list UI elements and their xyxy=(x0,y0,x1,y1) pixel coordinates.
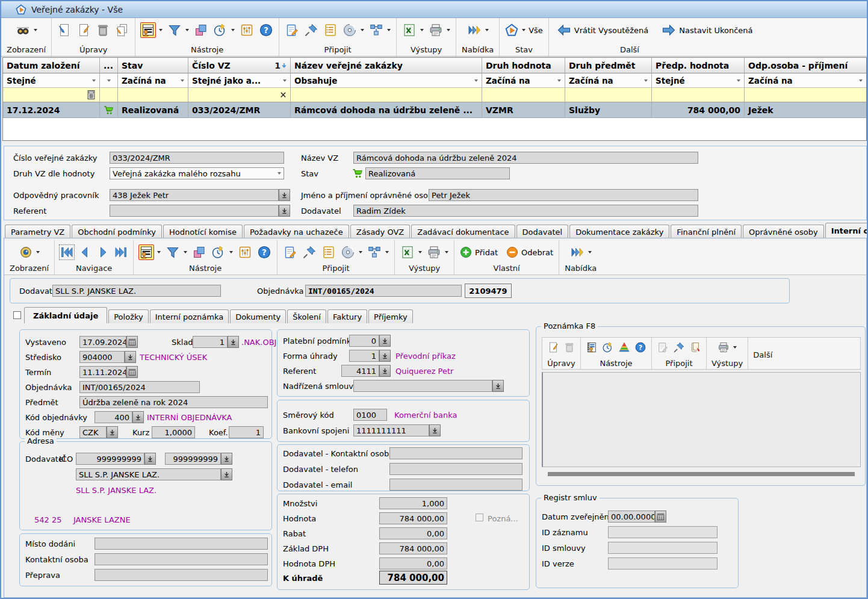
filter-button[interactable] xyxy=(166,245,187,259)
tab-zasady-ovz[interactable]: Zásady OVZ xyxy=(350,225,411,238)
deadline-field[interactable]: 11.11.2024 xyxy=(79,366,126,378)
parent-contract-field[interactable] xyxy=(353,380,492,392)
grid-data-row[interactable]: 17.12.2024 Realizovaná 033/2024/ZMR Rámc… xyxy=(3,102,866,118)
filter-operator[interactable]: Začíná na xyxy=(482,73,565,88)
supplier-contact-field[interactable] xyxy=(389,447,522,459)
lookup-button[interactable] xyxy=(144,453,156,465)
vz-type-select[interactable]: Veřejná zakázka malého rozsahu xyxy=(110,167,284,179)
export-excel-button[interactable] xyxy=(402,23,424,37)
cell-nazev[interactable]: Rámcová dohoda na údržbu zeleně ... xyxy=(291,102,482,118)
note-scrollbar[interactable] xyxy=(548,472,855,476)
column-header-sorted[interactable]: Číslo VZ1 xyxy=(188,58,291,73)
filter-operator[interactable]: Začíná na xyxy=(118,73,188,88)
delivery-place-field[interactable] xyxy=(95,538,268,550)
note-icon[interactable] xyxy=(285,23,299,37)
discount-field[interactable]: 0,00 xyxy=(379,527,447,539)
edit-note-icon[interactable] xyxy=(547,341,559,353)
media-button[interactable] xyxy=(341,245,362,259)
supplier-phone-field[interactable] xyxy=(389,463,522,475)
delete-record-icon[interactable] xyxy=(96,23,110,37)
book-icon[interactable] xyxy=(586,341,598,353)
settings-sliders-icon[interactable] xyxy=(240,23,254,37)
export-excel-button[interactable] xyxy=(400,245,422,259)
order-number-field[interactable]: INT/00165/2024 xyxy=(305,285,462,297)
note-icon[interactable] xyxy=(657,341,669,353)
payment-condition-field[interactable]: 0 xyxy=(349,335,379,347)
help-icon[interactable]: ? xyxy=(257,245,271,259)
filter-operator[interactable]: Obsahuje xyxy=(291,73,482,88)
tab-opravnene-osoby[interactable]: Oprávněné osoby xyxy=(743,225,824,238)
column-header[interactable]: Odp.osoba - příjmení xyxy=(745,58,866,73)
tab-dokumentace-zakazky[interactable]: Dokumentace zakázky xyxy=(569,225,669,238)
checklist-icon[interactable] xyxy=(323,23,338,37)
tab-prijemky[interactable]: Příjemky xyxy=(368,309,413,323)
cell-cislo[interactable]: 033/2024/ZMR xyxy=(188,102,291,118)
supplier-name-field[interactable]: SLL S.P. JANSKE LAZ. xyxy=(76,468,221,480)
filter-value-input[interactable] xyxy=(745,88,866,102)
grid-view-button[interactable] xyxy=(141,23,163,37)
supplier-field[interactable]: Radim Zídek xyxy=(353,205,698,217)
column-header[interactable]: Stav xyxy=(118,58,188,73)
nav-last-icon[interactable] xyxy=(114,246,128,259)
tab-dodavatel[interactable]: Dodavatel xyxy=(516,225,569,238)
bank-account-field[interactable]: 1111111111 xyxy=(353,424,429,436)
filter-operator[interactable]: Začíná na xyxy=(565,73,652,88)
tab-obchodni-podminky[interactable]: Obchodní podmínky xyxy=(72,225,162,238)
subject-field[interactable]: Údržba zeleně na rok 2024 xyxy=(79,396,268,408)
filter-operator[interactable]: Začíná na xyxy=(745,73,866,88)
menu-button[interactable] xyxy=(467,23,489,37)
order-code-field[interactable]: 400 xyxy=(95,411,132,423)
lookup-button[interactable] xyxy=(221,453,232,465)
display-settings-button[interactable] xyxy=(16,23,37,37)
contract-id-field[interactable] xyxy=(608,542,718,554)
order-number-field[interactable]: INT/00165/2024 xyxy=(79,381,200,393)
filter-button[interactable] xyxy=(167,23,189,37)
vat-amount-field[interactable]: 0,00 xyxy=(379,557,447,570)
note-text-area[interactable] xyxy=(542,372,861,467)
record-id-field[interactable] xyxy=(608,526,718,538)
workflow-button[interactable] xyxy=(369,23,391,37)
media-button[interactable] xyxy=(343,23,364,37)
checklist-icon[interactable] xyxy=(321,245,336,259)
lookup-button[interactable] xyxy=(228,336,239,348)
pin-icon[interactable] xyxy=(304,23,318,37)
group-label[interactable]: Další xyxy=(753,349,772,359)
pin-icon[interactable] xyxy=(302,245,317,259)
lookup-button[interactable] xyxy=(107,426,118,438)
tab-dokumenty[interactable]: Dokumenty xyxy=(230,309,286,323)
menu-button[interactable] xyxy=(570,245,592,259)
remove-button[interactable]: Odebrat xyxy=(506,246,553,258)
new-record-icon[interactable] xyxy=(57,23,72,37)
lookup-button[interactable] xyxy=(221,468,232,480)
cell-druh-predmet[interactable]: Služby xyxy=(565,102,652,118)
nav-next-icon[interactable] xyxy=(96,246,110,259)
delete-note-icon[interactable] xyxy=(563,341,575,353)
lookup-button[interactable] xyxy=(429,424,441,436)
referent-code-field[interactable]: 4111 xyxy=(341,365,379,377)
filter-value-input[interactable] xyxy=(118,88,188,102)
filter-value-input[interactable] xyxy=(482,88,565,102)
filter-value-input[interactable] xyxy=(291,88,482,102)
ico2-field[interactable]: 999999999 xyxy=(165,453,221,465)
cell-status-icon[interactable] xyxy=(100,102,118,118)
transport-field[interactable] xyxy=(95,569,268,581)
note-checkbox[interactable] xyxy=(476,514,483,521)
ico-field[interactable]: 999999999 xyxy=(76,453,144,465)
edit-record-icon[interactable] xyxy=(76,23,91,37)
authorized-person-field[interactable]: Petr Ježek xyxy=(429,189,698,201)
filter-value-input[interactable] xyxy=(3,88,100,102)
scroll-icon[interactable] xyxy=(689,341,701,353)
print-button[interactable] xyxy=(718,341,737,353)
tab-zakladni-udaje[interactable]: Základní údaje xyxy=(24,307,107,323)
pyramid-icon[interactable] xyxy=(618,341,630,353)
order-supplier-field[interactable]: SLL S.P. JANSKE LAZ. xyxy=(52,285,221,297)
help-icon[interactable]: ? xyxy=(259,23,273,37)
tab-faktury[interactable]: Faktury xyxy=(327,309,367,323)
vratit-vysoutezena-button[interactable]: Vrátit Vysoutěžená xyxy=(557,23,648,37)
value-field[interactable]: 784 000,00 xyxy=(379,512,447,524)
lookup-button[interactable] xyxy=(492,380,504,392)
lookup-button[interactable] xyxy=(379,350,391,362)
clock-icon[interactable] xyxy=(602,341,614,353)
tab-skoleni[interactable]: Školení xyxy=(287,309,326,323)
cost-center-field[interactable]: 904000 xyxy=(79,351,125,363)
